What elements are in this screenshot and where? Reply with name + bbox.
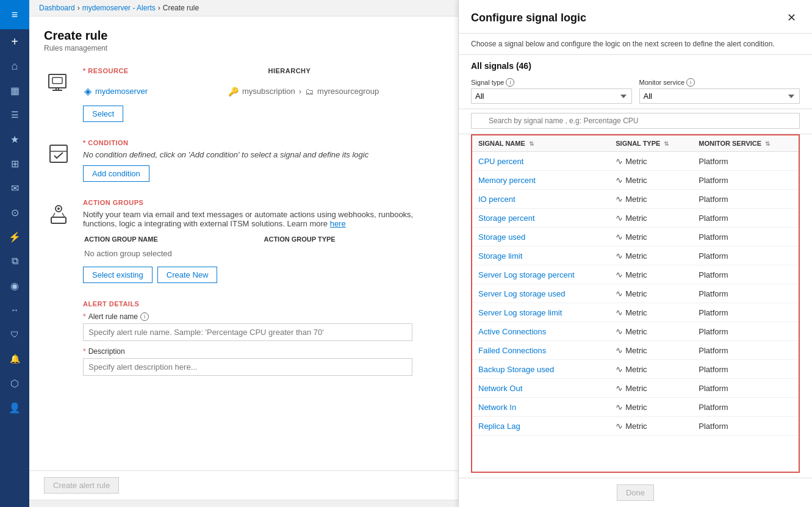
svg-line-9 xyxy=(52,213,55,217)
breadcrumb-sep-1: › xyxy=(77,4,80,12)
monitor-service-cell: Platform xyxy=(692,360,799,379)
table-row: Memory percent∿MetricPlatform xyxy=(472,171,799,190)
signal-search-input[interactable] xyxy=(471,113,800,129)
search-wrapper: 🔍 xyxy=(471,113,800,129)
sidebar-item-favorites[interactable]: ★ xyxy=(0,127,29,151)
sidebar-item-shield[interactable]: 🛡 xyxy=(0,322,29,347)
sidebar-item-extension[interactable]: ⧉ xyxy=(0,249,29,273)
hierarchy-cell: 🔑 mysubscription › 🗂 myresourcegroup xyxy=(228,87,442,96)
signal-name-link[interactable]: Storage percent xyxy=(478,214,535,223)
signal-type-cell: ∿Metric xyxy=(609,190,692,209)
signal-name-link[interactable]: Storage used xyxy=(478,232,525,242)
create-alert-rule-button[interactable]: Create alert rule xyxy=(44,477,119,494)
signal-name-link[interactable]: Server Log storage percent xyxy=(478,270,575,279)
signal-name-link[interactable]: Active Connections xyxy=(478,327,546,336)
wave-icon: ∿ xyxy=(616,383,623,393)
signal-name-sort-icon[interactable]: ⇅ xyxy=(529,140,534,147)
monitor-service-header: MONITOR SERVICE ⇅ xyxy=(692,135,799,152)
metric-icon: ∿Metric xyxy=(616,326,647,336)
signal-name-link[interactable]: CPU percent xyxy=(478,157,523,166)
signal-name-link[interactable]: Failed Connections xyxy=(478,346,546,355)
wave-icon: ∿ xyxy=(616,156,623,166)
breadcrumb-alerts[interactable]: mydemoserver - Alerts xyxy=(82,4,156,12)
monitor-service-cell: Platform xyxy=(692,303,799,322)
monitor-service-select[interactable]: All xyxy=(639,88,800,104)
here-link[interactable]: here xyxy=(330,219,346,228)
rule-name-input[interactable] xyxy=(83,323,412,341)
monitor-service-cell: Platform xyxy=(692,341,799,360)
sidebar-item-create[interactable]: + xyxy=(0,29,29,54)
sidebar-item-dashboard[interactable]: ▦ xyxy=(0,78,29,102)
monitor-service-cell: Platform xyxy=(692,398,799,417)
wave-icon: ∿ xyxy=(616,364,623,374)
sidebar-expand-button[interactable]: ≡ xyxy=(0,0,29,29)
signal-name-link[interactable]: Network Out xyxy=(478,384,522,393)
sidebar-item-grid[interactable]: ⊞ xyxy=(0,151,29,176)
resource-section: * RESOURCE HIERARCHY ◈ mydemoserver xyxy=(44,67,444,122)
sidebar-item-monitor[interactable]: ⊙ xyxy=(0,200,29,225)
metric-icon: ∿Metric xyxy=(616,270,647,279)
sidebar-item-notifications[interactable]: ✉ xyxy=(0,176,29,200)
monitor-service-cell: Platform xyxy=(692,284,799,303)
monitor-service-cell: Platform xyxy=(692,246,799,265)
page-title: Create rule xyxy=(44,29,444,43)
sidebar-item-home[interactable]: ⌂ xyxy=(0,54,29,78)
sidebar-item-bell[interactable]: 🔔 xyxy=(0,347,29,371)
signal-name-link[interactable]: Replica Lag xyxy=(478,422,520,431)
action-groups-body: ACTION GROUPS Notify your team via email… xyxy=(83,199,444,283)
signal-name-link[interactable]: IO percent xyxy=(478,195,516,204)
sidebar-item-hex[interactable]: ⬡ xyxy=(0,371,29,395)
add-condition-button[interactable]: Add condition xyxy=(83,165,149,182)
panel-close-button[interactable]: ✕ xyxy=(783,10,800,26)
signal-type-cell: ∿Metric xyxy=(609,360,692,379)
horizontal-scrollbar[interactable] xyxy=(29,500,458,507)
table-row: Server Log storage used∿MetricPlatform xyxy=(472,284,799,303)
alert-details-label: ALERT DETAILS xyxy=(83,300,444,307)
sidebar-item-lightning[interactable]: ⚡ xyxy=(0,225,29,249)
select-resource-button[interactable]: Select xyxy=(83,106,123,122)
subscription-icon: 🔑 xyxy=(228,87,239,96)
wave-icon: ∿ xyxy=(616,326,623,336)
signal-name-link[interactable]: Network In xyxy=(478,403,516,412)
metric-icon: ∿Metric xyxy=(616,175,647,185)
sidebar-item-menu[interactable]: ☰ xyxy=(0,102,29,127)
signal-name-link[interactable]: Storage limit xyxy=(478,251,522,261)
metric-icon: ∿Metric xyxy=(616,307,647,317)
page-subtitle: Rules management xyxy=(44,44,444,52)
panel-bottom: Done xyxy=(459,478,812,507)
signal-type-cell: ∿Metric xyxy=(609,265,692,284)
create-new-button[interactable]: Create New xyxy=(157,267,218,283)
table-row: Network Out∿MetricPlatform xyxy=(472,379,799,398)
signal-type-cell: ∿Metric xyxy=(609,171,692,190)
signal-type-select[interactable]: All xyxy=(471,88,632,104)
description-input[interactable] xyxy=(83,358,412,376)
signal-type-filter: Signal type i All xyxy=(471,78,632,104)
table-row: Storage percent∿MetricPlatform xyxy=(472,209,799,228)
signal-table-wrapper[interactable]: SIGNAL NAME ⇅ SIGNAL TYPE ⇅ MONITOR SERV… xyxy=(471,134,800,473)
signal-name-link[interactable]: Server Log storage limit xyxy=(478,308,562,317)
signal-table-head: SIGNAL NAME ⇅ SIGNAL TYPE ⇅ MONITOR SERV… xyxy=(472,135,799,152)
signal-name-link[interactable]: Memory percent xyxy=(478,176,536,185)
condition-body: * CONDITION No condition defined, click … xyxy=(83,139,444,182)
sidebar-item-circle[interactable]: ◉ xyxy=(0,273,29,298)
monitor-service-cell: Platform xyxy=(692,322,799,341)
signal-type-sort-icon[interactable]: ⇅ xyxy=(664,140,669,147)
select-existing-button[interactable]: Select existing xyxy=(83,267,153,283)
alert-details-icon xyxy=(44,300,73,329)
condition-label: * CONDITION xyxy=(83,139,444,146)
monitor-service-filter: Monitor service i All xyxy=(639,78,800,104)
signal-type-cell: ∿Metric xyxy=(609,398,692,417)
done-button[interactable]: Done xyxy=(617,484,654,501)
ag-col-type: ACTION GROUP TYPE xyxy=(264,236,443,245)
sidebar-item-user[interactable]: 👤 xyxy=(0,395,29,420)
metric-icon: ∿Metric xyxy=(616,194,647,204)
metric-icon: ∿Metric xyxy=(616,213,647,223)
svg-rect-5 xyxy=(50,145,67,162)
monitor-service-cell: Platform xyxy=(692,209,799,228)
sidebar-item-arrows[interactable]: ↔ xyxy=(0,298,29,322)
signal-name-link[interactable]: Server Log storage used xyxy=(478,289,565,298)
signal-name-link[interactable]: Backup Storage used xyxy=(478,365,554,374)
breadcrumb-dashboard[interactable]: Dashboard xyxy=(39,4,75,12)
alert-details-fields: * Alert rule name i * Description xyxy=(83,312,444,382)
monitor-service-sort-icon[interactable]: ⇅ xyxy=(765,140,770,147)
